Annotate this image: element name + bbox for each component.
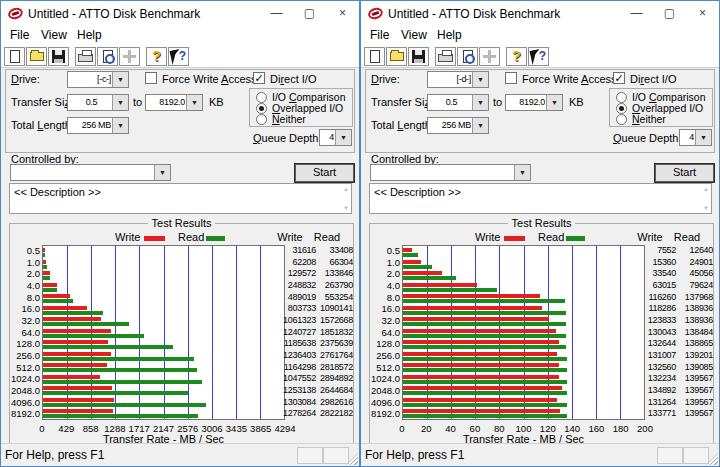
description-box[interactable]: << Description >> ▲ ▼ [369, 183, 712, 214]
new-document-button[interactable] [4, 47, 25, 66]
save-button[interactable] [408, 47, 429, 66]
menu-file[interactable]: File [370, 28, 389, 42]
direct-io-checkbox[interactable]: ✓ [253, 72, 265, 84]
total-length-select[interactable]: 256 MB ▼ [427, 117, 489, 134]
transfer-to-select[interactable]: 8192.0 ▼ [145, 94, 203, 111]
read-bar [403, 253, 418, 257]
read-bar [403, 265, 432, 269]
printer-icon [438, 54, 453, 62]
chevron-down-icon[interactable]: ▼ [112, 95, 128, 110]
menu-view[interactable]: View [41, 28, 67, 42]
read-bar [43, 276, 50, 280]
chevron-down-icon[interactable]: ▼ [472, 118, 488, 133]
chevron-down-icon[interactable]: ▼ [514, 165, 530, 180]
transfer-size-tick: 1024.0 [10, 373, 40, 385]
queue-depth-select[interactable]: 4 ▼ [679, 129, 712, 146]
total-length-select[interactable]: 256 MB ▼ [67, 117, 129, 134]
read-value: 133846 [293, 268, 353, 280]
start-button[interactable]: Start [655, 164, 714, 182]
direct-io-checkbox[interactable]: ✓ [613, 72, 625, 84]
new-document-icon [370, 50, 380, 63]
context-help-button[interactable]: ? [168, 47, 189, 66]
menu-file[interactable]: File [10, 28, 29, 42]
write-bar [43, 352, 111, 356]
menu-view[interactable]: View [401, 28, 427, 42]
start-button[interactable]: Start [295, 164, 354, 182]
read-value: 2761764 [293, 350, 353, 362]
chart-row [43, 269, 284, 281]
force-write-access-checkbox[interactable]: ✓ [145, 72, 157, 84]
drive-select[interactable]: [-d-] ▼ [427, 71, 489, 88]
minimize-button[interactable]: — [620, 1, 653, 27]
transfer-to-select[interactable]: 8192.0 ▼ [505, 94, 563, 111]
transfer-size-tick: 0.5 [10, 245, 40, 257]
chart-row [403, 281, 644, 293]
write-bar [43, 375, 100, 379]
read-value: 79624 [653, 280, 713, 292]
write-bar [403, 260, 421, 264]
chevron-down-icon[interactable]: ▼ [546, 95, 562, 110]
legend-write-label: Write [475, 231, 500, 243]
chevron-down-icon[interactable]: ▼ [472, 72, 488, 87]
radio-button[interactable] [616, 114, 627, 125]
open-button[interactable] [26, 47, 47, 66]
close-button[interactable]: × [326, 1, 359, 27]
queue-depth-label: Queue Depth: [253, 132, 322, 144]
scroll-up-icon[interactable]: ▲ [703, 186, 709, 192]
maximize-button[interactable]: ▢ [293, 1, 326, 27]
help-button[interactable]: ? [506, 47, 527, 66]
radio-button[interactable] [256, 92, 267, 103]
write-bar [403, 375, 559, 379]
chevron-down-icon[interactable]: ▼ [112, 118, 128, 133]
chevron-down-icon[interactable]: ▼ [186, 95, 202, 110]
chart-size-labels: 0.51.02.04.08.016.032.064.0128.0256.0512… [10, 245, 40, 420]
help-button[interactable]: ? [146, 47, 167, 66]
chart-row [403, 304, 644, 316]
print-button[interactable] [435, 47, 456, 66]
move-tool-button[interactable] [119, 47, 140, 66]
read-bar [43, 334, 144, 338]
read-bar [43, 391, 188, 395]
radio-button[interactable] [616, 103, 627, 114]
scroll-up-icon[interactable]: ▲ [343, 186, 349, 192]
print-button[interactable] [75, 47, 96, 66]
description-box[interactable]: << Description >> ▲ ▼ [9, 183, 352, 214]
minimize-button[interactable]: — [260, 1, 293, 27]
transfer-from-select[interactable]: 0.5 ▼ [427, 94, 489, 111]
force-write-access-checkbox[interactable]: ✓ [505, 72, 517, 84]
chart-row [403, 407, 644, 419]
scroll-down-icon[interactable]: ▼ [343, 205, 349, 211]
read-bar [403, 322, 566, 326]
new-document-button[interactable] [364, 47, 385, 66]
radio-button[interactable] [616, 92, 627, 103]
chevron-down-icon[interactable]: ▼ [335, 130, 351, 145]
maximize-button[interactable]: ▢ [653, 1, 686, 27]
drive-select[interactable]: [-c-] ▼ [67, 71, 129, 88]
chevron-down-icon[interactable]: ▼ [154, 165, 170, 180]
controlled-by-select[interactable]: ▼ [10, 164, 171, 181]
save-button[interactable] [48, 47, 69, 66]
scroll-down-icon[interactable]: ▼ [703, 205, 709, 211]
context-help-button[interactable]: ? [528, 47, 549, 66]
description-text: << Description >> [374, 186, 461, 198]
menu-help[interactable]: Help [437, 28, 462, 42]
radio-button[interactable] [256, 103, 267, 114]
chevron-down-icon[interactable]: ▼ [112, 72, 128, 87]
window-title: Untitled - ATTO Disk Benchmark [28, 7, 200, 21]
close-button[interactable]: × [686, 1, 719, 27]
read-value: 138936 [653, 315, 713, 327]
transfer-size-tick: 16.0 [10, 303, 40, 315]
io-mode-group-frame: I/O Comparison Overlapped I/O Neither [249, 88, 353, 127]
print-preview-button[interactable] [457, 47, 478, 66]
chevron-down-icon[interactable]: ▼ [695, 130, 711, 145]
menu-help[interactable]: Help [77, 28, 102, 42]
open-button[interactable] [386, 47, 407, 66]
controlled-by-select[interactable]: ▼ [370, 164, 531, 181]
chevron-down-icon[interactable]: ▼ [472, 95, 488, 110]
move-tool-button[interactable] [479, 47, 500, 66]
queue-depth-select[interactable]: 4 ▼ [319, 129, 352, 146]
print-preview-button[interactable] [97, 47, 118, 66]
transfer-from-select[interactable]: 0.5 ▼ [67, 94, 129, 111]
transfer-size-tick: 8.0 [370, 292, 400, 304]
radio-button[interactable] [256, 114, 267, 125]
